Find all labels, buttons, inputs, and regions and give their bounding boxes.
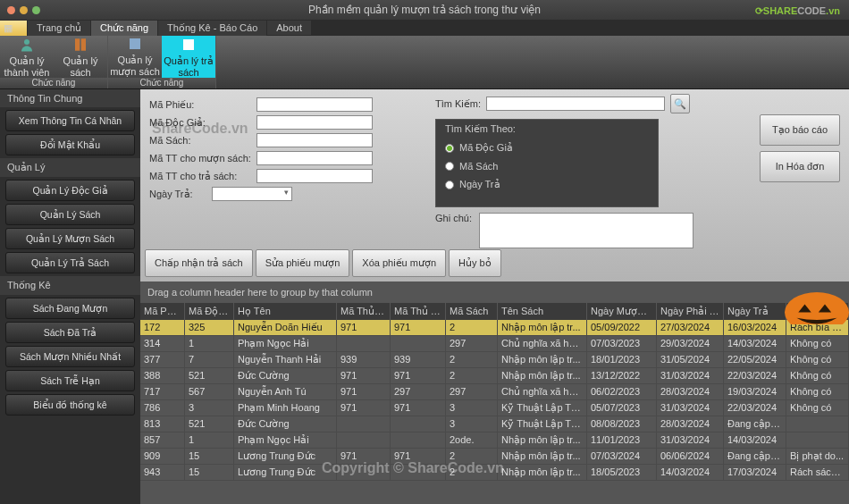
table-cell: 172 xyxy=(140,320,185,335)
input-ma-sach[interactable] xyxy=(256,133,373,147)
label-ma-doc-gia: Mã Độc Giả: xyxy=(149,117,256,129)
sidebar-sach-tre-han[interactable]: Sách Trễ Hạn xyxy=(5,370,135,391)
table-cell: 971 xyxy=(391,368,446,383)
input-ma-tt-muon[interactable] xyxy=(256,151,373,165)
sidebar-ql-muon-sach[interactable]: Quản Lý Mượn Sách xyxy=(5,228,135,249)
btn-huy-bo[interactable]: Hủy bỏ xyxy=(449,249,501,277)
data-grid[interactable]: Drag a column header here to group by th… xyxy=(140,281,849,504)
radio-ma-sach[interactable]: Mã Sách xyxy=(445,161,649,172)
grid-group-hint[interactable]: Drag a column header here to group by th… xyxy=(140,281,849,303)
table-cell: 06/02/2023 xyxy=(587,384,657,399)
table-cell: 31/03/2024 xyxy=(657,368,724,383)
sidebar-ql-sach[interactable]: Quản Lý Sách xyxy=(5,204,135,225)
pumpkin-decoration xyxy=(769,284,849,324)
table-row[interactable]: 813521Đức Cường3Kỹ Thuật Lập Trì...08/08… xyxy=(140,416,849,433)
table-row[interactable]: 717567Nguyễn Anh Tú971297297Chủ nghĩa xã… xyxy=(140,384,849,400)
sidebar-bieu-do[interactable]: Biểu đồ thống kê xyxy=(5,394,135,416)
grid-col-7[interactable]: Ngày Mượn Sách xyxy=(587,303,657,320)
panel-title: Tìm Kiếm Theo: xyxy=(445,123,649,135)
tab-home-icon[interactable]: ▦ xyxy=(0,21,27,36)
label-ngay-tra: Ngày Trả: xyxy=(149,189,212,200)
table-cell: 14/03/2024 xyxy=(724,336,786,351)
sidebar-sach-da-tra[interactable]: Sách Đã Trả xyxy=(5,322,135,343)
table-cell: 521 xyxy=(185,368,234,383)
tab-about[interactable]: About xyxy=(267,21,311,35)
tab-chuc-nang[interactable]: Chức năng xyxy=(91,21,157,36)
btn-in-hoa-don[interactable]: In Hóa đơn xyxy=(760,151,840,182)
ribbon-quan-ly-thanh-vien[interactable]: Quản lý thành viên xyxy=(0,36,54,78)
ribbon-quan-ly-muon-sach[interactable]: Quản lý mượn sách xyxy=(108,36,162,78)
sidebar-ql-doc-gia[interactable]: Quản Lý Độc Giả xyxy=(5,180,135,201)
table-cell: 297 xyxy=(391,384,446,399)
table-cell: 07/03/2023 xyxy=(587,336,657,351)
table-cell: Kỹ Thuật Lập Trì... xyxy=(498,416,587,432)
radio-ngay-tra[interactable]: Ngày Trả xyxy=(445,179,649,190)
table-row[interactable]: 388521Đức Cường9719712Nhập môn lập tr...… xyxy=(140,368,849,384)
btn-tao-bao-cao[interactable]: Tạo báo cáo xyxy=(760,114,840,146)
panel-tim-kiem-theo: Tìm Kiếm Theo: Mã Độc Giả Mã Sách Ngày T… xyxy=(435,119,659,207)
table-cell: 857 xyxy=(140,433,185,448)
table-row[interactable]: 3777Nguyễn Thanh Hải9399392Nhập môn lập … xyxy=(140,352,849,368)
ribbon-quan-ly-tra-sach[interactable]: Quản lý trả sách xyxy=(162,36,215,78)
table-cell: 1 xyxy=(185,336,234,351)
table-cell: 06/06/2024 xyxy=(657,449,724,464)
menu-tabs: ▦ Trang chủ Chức năng Thống Kê - Báo Cáo… xyxy=(0,20,849,36)
table-row[interactable]: 7863Phạm Minh Hoang9719713Kỹ Thuật Lập T… xyxy=(140,400,849,416)
return-icon xyxy=(181,37,197,53)
table-row[interactable]: 3141Phạm Ngọc Hải297Chủ nghĩa xã hội...0… xyxy=(140,336,849,352)
svg-point-3 xyxy=(785,292,849,324)
tab-thong-ke[interactable]: Thống Kê - Báo Cáo xyxy=(158,21,266,36)
table-cell: 28/03/2024 xyxy=(657,416,724,432)
ribbon-group-label-1: Chức năng xyxy=(0,78,107,88)
table-cell: Không có xyxy=(786,368,849,383)
table-cell: 27/03/2024 xyxy=(657,320,724,335)
grid-col-3[interactable]: Mã Thủ Th... xyxy=(337,303,391,320)
btn-chap-nhan-tra[interactable]: Chấp nhận trả sách xyxy=(145,249,253,277)
grid-col-5[interactable]: Mã Sách xyxy=(446,303,498,320)
grid-col-0[interactable]: Mã Phiếu xyxy=(140,303,185,320)
window-title: Phần mềm quản lý mượn trả sách trong thư… xyxy=(0,4,849,16)
grid-col-4[interactable]: Mã Thủ Th... xyxy=(391,303,446,320)
table-cell: 971 xyxy=(337,368,391,383)
label-ma-tt-tra: Mã TT cho trả sách: xyxy=(149,171,256,182)
table-cell: 813 xyxy=(140,416,185,432)
table-cell xyxy=(337,433,391,448)
input-tim-kiem[interactable] xyxy=(486,97,665,111)
input-ma-phieu[interactable] xyxy=(256,97,373,112)
grid-col-2[interactable]: Họ Tên xyxy=(234,303,337,320)
input-ma-tt-tra[interactable] xyxy=(256,169,373,183)
sidebar-ql-tra-sach[interactable]: Quản Lý Trả Sách xyxy=(5,252,135,273)
table-cell: 314 xyxy=(140,336,185,351)
radio-ma-doc-gia[interactable]: Mã Độc Giả xyxy=(445,142,649,154)
grid-col-8[interactable]: Ngày Phải Trả xyxy=(657,303,724,320)
table-row[interactable]: 94315Lương Trung Đức2Nhập môn lập tr...1… xyxy=(140,465,849,481)
sidebar-sach-muon-nhieu[interactable]: Sách Mượn Nhiều Nhất xyxy=(5,346,135,367)
borrow-icon xyxy=(127,36,143,52)
grid-col-1[interactable]: Mã Độc... xyxy=(185,303,234,320)
table-cell: Nhập môn lập tr... xyxy=(498,352,587,367)
table-cell: 971 xyxy=(337,400,391,416)
table-cell xyxy=(391,416,446,432)
table-cell: 2 xyxy=(446,352,498,367)
ribbon-quan-ly-sach[interactable]: Quản lý sách xyxy=(54,36,107,78)
table-row[interactable]: 90915Lương Trung Đức9719712Nhập môn lập … xyxy=(140,449,849,465)
table-row[interactable]: 172325Nguyễn Doãn Hiếu9719712Nhập môn lậ… xyxy=(140,320,849,336)
sidebar-doi-mat-khau[interactable]: Đổi Mật Khẩu xyxy=(5,134,135,155)
grid-col-6[interactable]: Tên Sách xyxy=(498,303,587,320)
sidebar-sach-dang-muon[interactable]: Sách Đang Mượn xyxy=(5,298,135,319)
table-cell: Rách sách (... xyxy=(786,465,849,480)
table-cell: Kỹ Thuật Lập Trì... xyxy=(498,400,587,416)
sidebar-xem-thong-tin[interactable]: Xem Thông Tin Cá Nhân xyxy=(5,110,135,131)
textarea-ghi-chu[interactable] xyxy=(479,213,693,248)
table-cell: Nhập môn lập tr... xyxy=(498,465,587,480)
input-ngay-tra[interactable] xyxy=(212,187,292,201)
table-cell: 325 xyxy=(185,320,234,335)
btn-xoa-phieu[interactable]: Xóa phiếu mượn xyxy=(352,249,446,277)
table-row[interactable]: 8571Phạm Ngọc Hải2ode.Nhập môn lập tr...… xyxy=(140,433,849,449)
table-cell: 297 xyxy=(446,384,498,399)
input-ma-doc-gia[interactable] xyxy=(256,115,373,130)
search-button[interactable]: 🔍 xyxy=(670,94,690,113)
tab-trang-chu[interactable]: Trang chủ xyxy=(28,21,90,36)
table-cell: 11/01/2023 xyxy=(587,433,657,448)
btn-sua-phieu[interactable]: Sửa phiếu mượn xyxy=(256,249,350,277)
